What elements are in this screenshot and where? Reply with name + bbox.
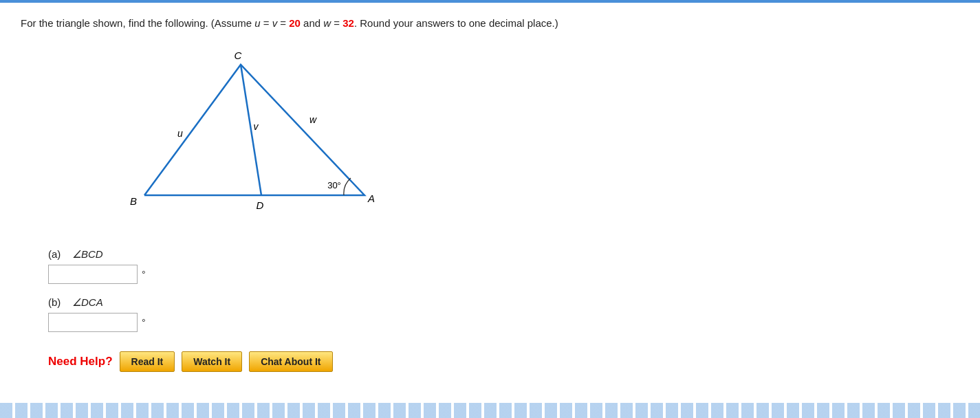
u-value: 20 (289, 17, 301, 29)
degree-a: ° (142, 269, 146, 280)
statement-prefix: For the triangle shown, find the followi… (21, 17, 254, 29)
problem-statement: For the triangle shown, find the followi… (21, 15, 959, 32)
part-a-letter: (a) (48, 248, 61, 260)
and-text: and (301, 17, 323, 29)
statement-suffix: . Round your answers to one decimal plac… (354, 17, 558, 29)
u-italic: u (254, 17, 260, 29)
side-v-label: v (254, 121, 259, 132)
angle-symbol-b: ∠DCA (72, 296, 103, 308)
vertex-a-label: A (367, 192, 375, 204)
parts-area: (a) ∠BCD ° (b) ∠DCA ° (48, 248, 959, 332)
eq2: = (277, 17, 289, 29)
part-b-input-row: ° (48, 313, 959, 332)
answer-input-b[interactable] (48, 313, 138, 332)
answer-input-a[interactable] (48, 265, 138, 284)
watch-it-button[interactable]: Watch It (182, 351, 242, 372)
main-content: For the triangle shown, find the followi… (0, 3, 980, 388)
side-w-label: w (309, 114, 317, 125)
need-help-label: Need Help? (48, 355, 113, 368)
degree-b: ° (142, 317, 146, 328)
chat-about-it-button[interactable]: Chat About It (249, 351, 332, 372)
eq3: = (331, 17, 342, 29)
need-help-row: Need Help? Read It Watch It Chat About I… (48, 351, 959, 388)
part-b-label: (b) ∠DCA (48, 296, 959, 309)
bottom-bar (0, 403, 980, 418)
part-b-letter: (b) (48, 296, 61, 308)
triangle-diagram: C B D A u v w 30° (103, 44, 392, 230)
vertex-b-label: B (130, 195, 137, 207)
read-it-button[interactable]: Read It (120, 351, 175, 372)
part-a-input-row: ° (48, 265, 959, 284)
diagram-area: C B D A u v w 30° (103, 44, 959, 232)
vertex-d-label: D (257, 199, 264, 211)
v-italic: v (272, 17, 278, 29)
part-b-angle: ∠DCA (72, 296, 103, 308)
vertex-c-label: C (235, 50, 242, 61)
angle-symbol-a: ∠BCD (72, 248, 103, 260)
part-a-angle: ∠BCD (72, 248, 103, 260)
part-b-row: (b) ∠DCA ° (48, 296, 959, 332)
w-value: 32 (342, 17, 354, 29)
angle-30-label: 30° (327, 180, 341, 190)
w-italic: w (323, 17, 331, 29)
part-a-label: (a) ∠BCD (48, 248, 959, 261)
side-u-label: u (177, 128, 183, 139)
eq1: = (261, 17, 272, 29)
part-a-row: (a) ∠BCD ° (48, 248, 959, 284)
